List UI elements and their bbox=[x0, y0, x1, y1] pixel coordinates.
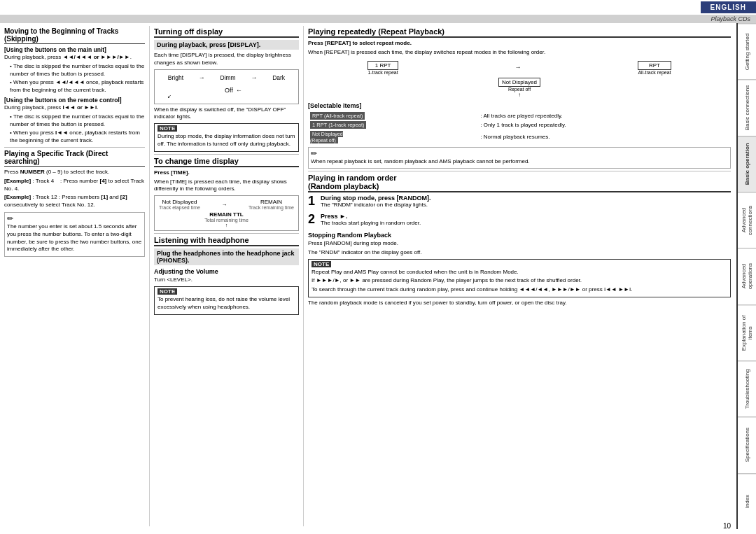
rpt-box: RPT bbox=[638, 61, 671, 70]
note-label-headphone: NOTE bbox=[158, 288, 177, 295]
section-display-title: Turning off display bbox=[154, 27, 299, 38]
item-value-3: : Normal playback resumes. bbox=[478, 129, 731, 145]
step-2: 2 Press ►. The tracks start playing in r… bbox=[308, 213, 731, 229]
off-note: When the display is switched off, the "D… bbox=[154, 106, 299, 122]
step-1-title: During stop mode, press [RANDOM]. bbox=[321, 195, 731, 202]
note-label-display: NOTE bbox=[158, 125, 177, 132]
page-wrapper: ENGLISH Playback CDs Moving to the Begin… bbox=[0, 0, 756, 534]
section-random-title: Playing in random order (Random playback… bbox=[308, 174, 731, 192]
column-3: Playing repeatedly (Repeat Playback) Pre… bbox=[304, 26, 734, 526]
section-headphone-title: Listening with headphone bbox=[154, 236, 299, 246]
display-instruction: During playback, press [DISPLAY]. bbox=[154, 40, 299, 50]
sidebar-troubleshooting: Troubleshooting bbox=[738, 360, 756, 416]
rpt1-box: 1 RPT bbox=[368, 61, 398, 70]
note-box-headphone: NOTE To prevent hearing loss, do not rai… bbox=[154, 286, 299, 315]
display-intro: Each time [DISPLAY] is pressed, the disp… bbox=[154, 52, 299, 67]
note-label-stopping: NOTE bbox=[312, 261, 331, 267]
stopping-note3: To search through the current track duri… bbox=[312, 286, 727, 294]
step-2-number: 2 bbox=[308, 213, 318, 225]
repeat-instruction: Press [REPEAT] to select repeat mode. bbox=[308, 40, 731, 48]
off-label: Off bbox=[225, 87, 233, 94]
item-value-1: : All tracks are played repeatedly. bbox=[478, 111, 731, 120]
dimm-label: Dimm bbox=[220, 74, 236, 81]
pencil-note-2: ✏ When repeat playback is set, random pl… bbox=[308, 147, 731, 169]
pencil-text-1: The number you enter is set about 1.5 se… bbox=[7, 223, 142, 253]
sidebar-specifications: Specifications bbox=[738, 416, 756, 472]
top-header: ENGLISH bbox=[0, 0, 756, 15]
note-text-display: During stop mode, the display informatio… bbox=[158, 133, 295, 148]
column-1: Moving to the Beginning of Tracks (Skipp… bbox=[3, 26, 150, 526]
step-2-title: Press ►. bbox=[321, 213, 731, 220]
bracket-remote: [Using the buttons on the remote control… bbox=[4, 97, 145, 104]
not-displayed-label: Not Displayed bbox=[159, 199, 200, 205]
item-box-2: 1 RPT (1-track repeat) bbox=[310, 121, 366, 129]
sidebar-getting-started: Getting started bbox=[738, 23, 756, 79]
section-moving-title: Moving to the Beginning of Tracks (Skipp… bbox=[4, 27, 145, 44]
pencil-icon: ✏ bbox=[7, 214, 13, 223]
time-diagram: Not Displayed Track elapsed time → REMAI… bbox=[154, 195, 299, 231]
selectable-table: RPT (All-track repeat) : All tracks are … bbox=[308, 111, 731, 145]
main-unit-bullet2: • When you press ◄◄/◄◄◄ once, playback r… bbox=[4, 79, 145, 94]
column-2: Turning off display During playback, pre… bbox=[150, 26, 304, 526]
section-adjusting-title: Adjusting the Volume bbox=[154, 268, 299, 275]
main-unit-text: During playback, press ◄◄/◄◄◄ or ►►►/►►. bbox=[4, 54, 145, 62]
pencil-text-2: When repeat playback is set, random play… bbox=[311, 158, 728, 166]
stopping-footer: The random playback mode is canceled if … bbox=[308, 300, 731, 307]
arrow-back: ← bbox=[236, 87, 242, 94]
sidebar-basic-connections: Basic connections bbox=[738, 79, 756, 135]
stopping-note2: If ►►►/►, or ►► are pressed during Rando… bbox=[312, 277, 727, 285]
sidebar-advanced-connections: Advanced connections bbox=[738, 192, 756, 248]
item-value-2: : Only 1 track is played repeatedly. bbox=[478, 120, 731, 129]
stopping-note1: Repeat Play and AMS Play cannot be condu… bbox=[312, 269, 727, 276]
note-box-stopping: NOTE Repeat Play and AMS Play cannot be … bbox=[308, 259, 731, 297]
not-displayed-sub: Track elapsed time bbox=[159, 205, 200, 210]
table-row: RPT (All-track repeat) : All tracks are … bbox=[308, 111, 731, 120]
right-sidebar: Getting started Basic connections Basic … bbox=[736, 23, 756, 529]
example1: [Example] : Track 4 : Press number [4] t… bbox=[4, 178, 145, 193]
section-time-title: To change time display bbox=[154, 157, 299, 167]
stopping-title: Stopping Random Playback bbox=[308, 232, 731, 239]
item-box-3: Not Displayed (Repeat off) bbox=[310, 131, 343, 143]
selectable-heading: [Selectable items] bbox=[308, 102, 731, 109]
dark-label: Dark bbox=[272, 74, 285, 81]
table-row: 1 RPT (1-track repeat) : Only 1 track is… bbox=[308, 120, 731, 129]
pencil-note-1: ✏ The number you enter is set about 1.5 … bbox=[4, 212, 145, 257]
rpt1-sub: 1-track repeat bbox=[368, 70, 398, 75]
note-box-display: NOTE During stop mode, the display infor… bbox=[154, 123, 299, 152]
bright-label: Bright bbox=[168, 74, 183, 81]
note-text-headphone: To prevent hearing loss, do not raise th… bbox=[158, 296, 295, 311]
sidebar-explanation: Explanation of items bbox=[738, 304, 756, 360]
brightness-diagram: Bright → Dimm → Dark Off ← bbox=[154, 69, 299, 104]
adjusting-text: Turn <LEVEL>. bbox=[154, 276, 299, 284]
time-intro: When [TIME] is pressed each time, the di… bbox=[154, 178, 299, 194]
step-2-sub: The tracks start playing in random order… bbox=[321, 220, 731, 227]
remote-bullet1: • The disc is skipped the number of trac… bbox=[4, 113, 145, 129]
main-unit-bullet1: • The disc is skipped the number of trac… bbox=[4, 63, 145, 78]
time-instruction: Press [TIME]. bbox=[154, 169, 299, 177]
item-box-1: RPT (All-track repeat) bbox=[310, 112, 365, 120]
step-1: 1 During stop mode, press [RANDOM]. The … bbox=[308, 195, 731, 211]
headphone-instruction: Plug the headphones into the headphone j… bbox=[154, 248, 299, 265]
stopping-text2: The "RNDM" indicator on the display goes… bbox=[308, 249, 731, 257]
sub-header: Playback CDs bbox=[0, 15, 756, 23]
step-1-number: 1 bbox=[308, 195, 318, 207]
example2: [Example] : Track 12 : Press numbers [1]… bbox=[4, 194, 145, 209]
page-number: 10 bbox=[723, 522, 731, 530]
sidebar-advanced-operations: Advanced operations bbox=[738, 248, 756, 304]
remain-ttl-sub: Total remaining time bbox=[159, 218, 294, 223]
remain-label: REMAIN bbox=[248, 199, 294, 205]
repeat-intro: When [REPEAT] is pressed each time, the … bbox=[308, 49, 731, 57]
direct-text: Press NUMBER (0 – 9) to select the track… bbox=[4, 169, 145, 176]
section-repeat-title: Playing repeatedly (Repeat Playback) bbox=[308, 27, 731, 38]
notdisplayed-sub: Repeat off bbox=[309, 87, 729, 92]
step-1-sub: The "RNDM" indicator on the display ligh… bbox=[321, 202, 731, 209]
remain-ttl-label: REMAIN TTL bbox=[159, 211, 294, 218]
arrow1: → bbox=[199, 74, 205, 81]
english-badge: ENGLISH bbox=[701, 1, 756, 13]
stopping-text1: Press [RANDOM] during stop mode. bbox=[308, 240, 731, 248]
rpt-sub: All-track repeat bbox=[638, 70, 671, 75]
time-arrow1: → bbox=[221, 202, 227, 208]
arrow2: → bbox=[251, 74, 257, 81]
section-direct-title: Playing a Specific Track (Direct searchi… bbox=[4, 150, 145, 167]
remote-bullet2: • When you press I◄◄ once, playback rest… bbox=[4, 129, 145, 145]
